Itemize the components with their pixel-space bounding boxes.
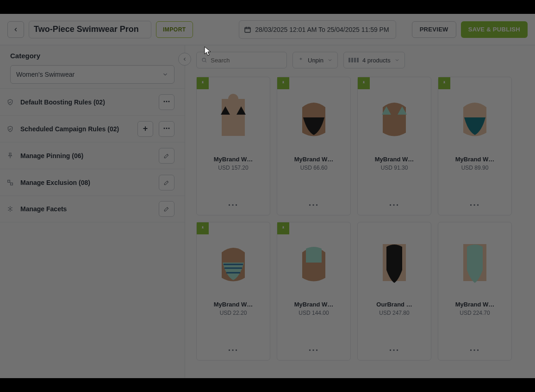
product-price: USD 224.70 [438,310,511,316]
category-value: Women's Swimwear [16,71,75,78]
category-select[interactable]: Women's Swimwear [10,65,174,84]
product-title: MyBrand W… [438,301,511,308]
chevron-left-icon [182,56,187,62]
product-price: USD 89.90 [438,165,511,171]
rule-row[interactable]: Manage Facets [0,196,185,222]
edit-button[interactable] [159,148,174,164]
grid-density-icon [348,58,359,62]
edit-button[interactable] [159,201,174,217]
main-area: Unpin 4 products MyBrand W…USD 157.20···… [185,45,535,378]
product-more-button[interactable]: ··· [277,340,350,360]
product-more-button[interactable]: ··· [277,195,350,215]
product-image [438,222,511,301]
pin-icon [280,80,286,86]
pinned-badge [197,77,209,89]
product-title: OurBrand … [358,301,431,308]
rule-label: Manage Exclusion (08) [20,179,153,186]
product-more-button[interactable]: ··· [197,195,270,215]
search-input[interactable] [211,57,282,64]
preview-button[interactable]: PREVIEW [412,21,456,38]
category-heading: Category [10,52,174,60]
rule-row[interactable]: Manage Exclusion (08) [0,169,185,196]
unpin-dropdown[interactable]: Unpin [292,52,338,68]
pinned-badge [358,77,370,89]
back-button[interactable] [7,21,24,38]
sidebar: Category Women's Swimwear Default Boosti… [0,45,185,378]
pin-icon [6,151,15,160]
shield-check-icon [6,98,15,107]
pinned-badge [438,77,450,89]
product-card[interactable]: OurBrand …USD 247.80··· [357,222,431,361]
product-card[interactable]: MyBrand W…USD 89.90··· [438,77,512,215]
add-button[interactable]: + [137,121,153,137]
rule-row[interactable]: Manage Pinning (06) [0,142,185,169]
product-more-button[interactable]: ··· [358,195,431,215]
product-title: MyBrand W… [358,156,431,163]
pin-icon [442,80,447,86]
product-more-button[interactable]: ··· [438,195,511,215]
more-button[interactable]: ··· [159,121,174,137]
calendar-icon [244,26,251,33]
save-publish-button[interactable]: SAVE & PUBLISH [461,21,528,38]
product-card[interactable]: MyBrand W…USD 157.20··· [196,77,270,215]
chevron-down-icon [162,71,168,78]
product-price: USD 144.00 [277,310,350,316]
svg-rect-1 [8,180,10,182]
pin-icon [361,80,367,86]
product-title: MyBrand W… [197,301,270,308]
collapse-sidebar-button[interactable] [178,53,191,66]
search-input-wrap[interactable] [196,52,287,68]
product-title: MyBrand W… [277,156,350,163]
exclusion-icon [6,178,15,187]
product-grid: MyBrand W…USD 157.20···MyBrand W…USD 66.… [196,77,524,361]
density-dropdown[interactable]: 4 products [343,52,405,68]
product-price: USD 66.60 [277,165,350,171]
sparkle-icon [298,57,304,63]
product-more-button[interactable]: ··· [438,340,511,360]
product-price: USD 91.30 [358,165,431,171]
campaign-title-input[interactable] [29,21,151,38]
product-card[interactable]: MyBrand W…USD 22.20··· [196,222,270,361]
density-label: 4 products [362,57,391,64]
chevron-down-icon [327,57,333,63]
product-card[interactable]: MyBrand W…USD 224.70··· [438,222,512,361]
product-title: MyBrand W… [197,156,270,163]
pinned-badge [277,222,289,234]
import-button[interactable]: IMPORT [156,21,193,38]
more-button[interactable]: ··· [159,94,174,110]
product-more-button[interactable]: ··· [197,340,270,360]
product-price: USD 22.20 [197,310,270,316]
product-title: MyBrand W… [277,301,350,308]
arrow-left-icon [12,26,19,33]
search-icon [201,57,207,63]
category-section: Category Women's Swimwear [0,45,185,88]
product-card[interactable]: MyBrand W…USD 91.30··· [357,77,431,215]
facets-icon [6,204,15,214]
svg-rect-0 [245,27,250,32]
date-range-picker[interactable]: 28/03/2025 12:01 AM To 25/04/2025 11:59 … [239,20,396,39]
main-toolbar: Unpin 4 products [196,52,524,68]
product-more-button[interactable]: ··· [358,340,431,360]
rule-row[interactable]: Scheduled Campaign Rules (02)+··· [0,115,185,142]
product-card[interactable]: MyBrand W…USD 66.60··· [277,77,351,215]
svg-point-3 [10,208,11,210]
edit-button[interactable] [159,175,174,190]
product-card[interactable]: MyBrand W…USD 144.00··· [277,222,351,361]
svg-point-6 [228,94,238,104]
rule-row[interactable]: Default Boosting Rules (02)··· [0,88,185,115]
product-image [358,222,431,301]
chevron-down-icon [394,57,400,63]
unpin-label: Unpin [308,57,323,64]
svg-point-4 [202,58,205,61]
pinned-badge [277,77,289,89]
body: Category Women's Swimwear Default Boosti… [0,45,535,378]
app-frame: IMPORT 28/03/2025 12:01 AM To 25/04/2025… [0,14,535,378]
date-range-text: 28/03/2025 12:01 AM To 25/04/2025 11:59 … [255,26,389,33]
product-price: USD 247.80 [358,310,431,316]
pinned-badge [197,222,209,234]
rule-label: Default Boosting Rules (02) [20,98,153,106]
rule-label: Manage Pinning (06) [20,152,153,159]
rule-label: Manage Facets [20,205,153,213]
pin-icon [200,226,205,231]
header: IMPORT 28/03/2025 12:01 AM To 25/04/2025… [0,14,535,45]
